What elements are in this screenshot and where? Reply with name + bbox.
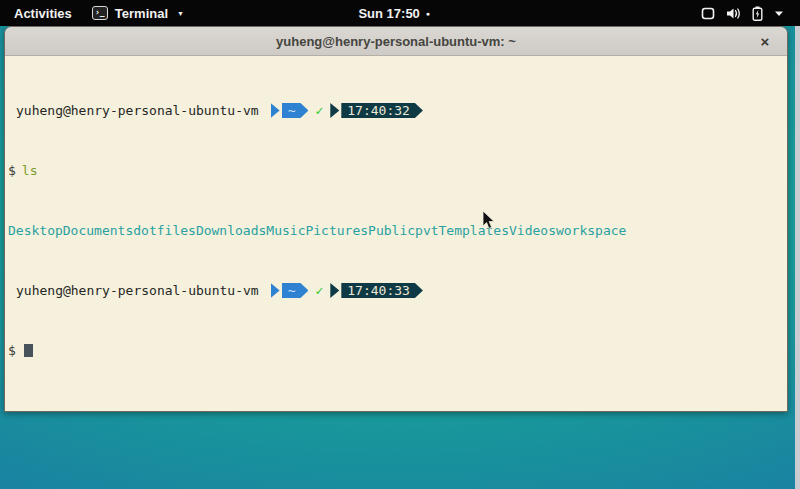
directory-name: Pictures <box>305 223 368 238</box>
prompt-path: ~ <box>282 283 309 298</box>
app-menu-label: Terminal <box>115 6 168 21</box>
notification-dot: ● <box>426 10 430 17</box>
directory-name: Desktop <box>8 223 63 238</box>
directory-name: workspace <box>556 223 626 238</box>
directory-name: Music <box>266 223 305 238</box>
activities-button[interactable]: Activities <box>10 4 76 23</box>
directory-name: dotfiles <box>133 223 196 238</box>
prompt-time-segment: 17:40:33 <box>330 283 423 298</box>
directory-name: Documents <box>63 223 133 238</box>
exit-status-check-icon: ✓ <box>315 283 323 298</box>
command-line: $ ls <box>8 163 787 178</box>
prompt-dollar: $ <box>8 343 16 358</box>
chevron-down-icon <box>774 10 784 17</box>
desktop: Activities ›_ Terminal ▼ Sun 17:50 ● <box>0 0 800 489</box>
app-menu-terminal[interactable]: ›_ Terminal ▼ <box>92 6 184 21</box>
gnome-top-bar: Activities ›_ Terminal ▼ Sun 17:50 ● <box>0 0 800 26</box>
command-text: ls <box>22 163 38 178</box>
powerline-arrow-icon <box>271 103 280 118</box>
prompt-path: ~ <box>282 103 309 118</box>
prompt-path-segment: ~ <box>271 103 309 118</box>
prompt-path-segment: ~ <box>271 283 309 298</box>
prompt-line: yuheng@henry-personal-ubuntu-vm ~ ✓ 17:4… <box>8 283 787 298</box>
directory-name: Downloads <box>196 223 266 238</box>
window-title: yuheng@henry-personal-ubuntu-vm: ~ <box>276 34 516 49</box>
directory-name: Public <box>368 223 415 238</box>
clock-label: Sun 17:50 <box>358 6 419 21</box>
window-titlebar[interactable]: yuheng@henry-personal-ubuntu-vm: ~ × <box>5 27 787 56</box>
screen-edge-strip <box>795 26 800 489</box>
terminal-window: yuheng@henry-personal-ubuntu-vm: ~ × yuh… <box>4 26 788 412</box>
system-status-area[interactable] <box>701 0 800 26</box>
directory-name: pvt <box>415 223 438 238</box>
prompt-user-host: yuheng@henry-personal-ubuntu-vm <box>16 283 259 298</box>
close-icon[interactable]: × <box>756 32 774 50</box>
command-line-current[interactable]: $ <box>8 343 787 358</box>
prompt-time: 17:40:32 <box>341 103 423 118</box>
battery-charging-icon <box>752 6 763 21</box>
powerline-arrow-icon <box>330 283 339 298</box>
chevron-down-icon: ▼ <box>177 10 184 17</box>
ls-output-line: Desktop Documents dotfiles Downloads Mus… <box>8 223 787 238</box>
directory-name: Templates <box>439 223 509 238</box>
clock-button[interactable]: Sun 17:50 ● <box>358 0 430 26</box>
terminal-app-icon: ›_ <box>92 6 108 20</box>
prompt-user-host: yuheng@henry-personal-ubuntu-vm <box>16 103 259 118</box>
prompt-time: 17:40:33 <box>341 283 423 298</box>
terminal-screen[interactable]: yuheng@henry-personal-ubuntu-vm ~ ✓ 17:4… <box>5 56 787 412</box>
exit-status-check-icon: ✓ <box>315 103 323 118</box>
powerline-arrow-icon <box>271 283 280 298</box>
prompt-time-segment: 17:40:32 <box>330 103 423 118</box>
prompt-line: yuheng@henry-personal-ubuntu-vm ~ ✓ 17:4… <box>8 103 787 118</box>
terminal-cursor <box>24 344 33 357</box>
volume-icon <box>726 7 741 20</box>
powerline-arrow-icon <box>330 103 339 118</box>
directory-name: Videos <box>509 223 556 238</box>
prompt-dollar: $ <box>8 163 16 178</box>
display-icon <box>701 7 715 20</box>
